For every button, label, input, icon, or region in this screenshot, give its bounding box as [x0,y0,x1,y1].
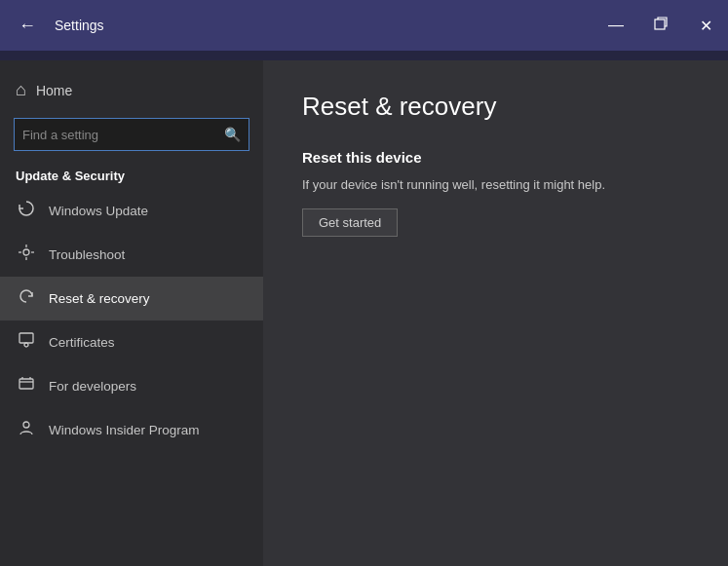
get-started-button[interactable]: Get started [302,208,398,237]
sidebar-item-label: Troubleshoot [49,247,125,262]
main-layout: ⌂ Home 🔍 Update & Security Windows Updat… [0,60,728,566]
troubleshoot-icon [16,244,37,266]
reset-device-section: Reset this device If your device isn't r… [302,149,689,237]
sidebar-item-reset-recovery[interactable]: Reset & recovery [0,277,263,321]
window-controls: — ✕ [594,0,728,51]
minimize-icon: — [608,17,624,34]
restore-button[interactable] [638,0,683,51]
svg-rect-0 [655,19,665,29]
svg-rect-6 [19,333,33,343]
back-icon: ← [19,16,36,36]
svg-point-7 [24,343,28,347]
svg-rect-9 [19,379,33,389]
sidebar-item-troubleshoot[interactable]: Troubleshoot [0,233,263,277]
search-icon: 🔍 [224,127,241,142]
minimize-button[interactable]: — [594,0,638,51]
search-box[interactable]: 🔍 [14,118,249,151]
search-input[interactable] [22,128,224,142]
section-description: If your device isn't running well, reset… [302,175,689,195]
sidebar-item-label: Windows Insider Program [49,423,200,437]
sidebar-item-for-developers[interactable]: For developers [0,364,263,408]
sidebar-item-home[interactable]: ⌂ Home [0,70,263,110]
sidebar-home-label: Home [36,83,72,98]
sidebar-item-label: For developers [49,379,136,394]
reset-recovery-icon [16,287,37,310]
page-title: Reset & recovery [302,92,689,122]
sidebar-item-certificates[interactable]: Certificates [0,321,263,364]
sidebar-item-windows-update[interactable]: Windows Update [0,189,263,233]
sidebar-section-label: Update & Security [0,159,263,189]
windows-update-icon [16,200,37,222]
for-developers-icon [16,375,37,397]
sidebar-item-label: Reset & recovery [49,291,150,306]
close-button[interactable]: ✕ [683,0,728,51]
svg-point-13 [23,422,29,428]
sidebar-item-label: Windows Update [49,204,148,218]
certificates-icon [16,331,37,354]
window-title: Settings [55,18,104,33]
sidebar: ⌂ Home 🔍 Update & Security Windows Updat… [0,60,263,566]
sidebar-item-label: Certificates [49,335,115,350]
title-bar: ← Settings — ✕ [0,0,728,51]
content-area: Reset & recovery Reset this device If yo… [263,60,728,566]
restore-icon [654,17,668,34]
svg-point-1 [23,249,29,255]
home-icon: ⌂ [16,80,26,100]
get-started-label: Get started [319,215,381,230]
back-button[interactable]: ← [12,10,43,41]
sidebar-item-windows-insider[interactable]: Windows Insider Program [0,408,263,452]
sub-bar [0,51,728,60]
close-icon: ✕ [700,17,712,35]
section-title: Reset this device [302,149,689,166]
windows-insider-icon [16,419,37,441]
